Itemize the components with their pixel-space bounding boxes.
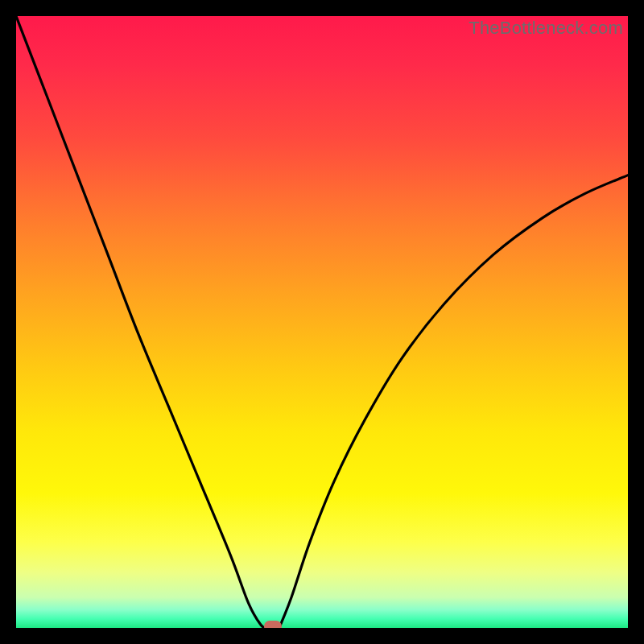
plot-area: TheBottleneck.com (16, 16, 628, 628)
watermark-text: TheBottleneck.com (469, 18, 623, 39)
bottleneck-curve-left (16, 16, 267, 628)
curve-svg (16, 16, 628, 628)
bottleneck-curve-right (279, 175, 628, 628)
optimum-marker (264, 621, 282, 628)
